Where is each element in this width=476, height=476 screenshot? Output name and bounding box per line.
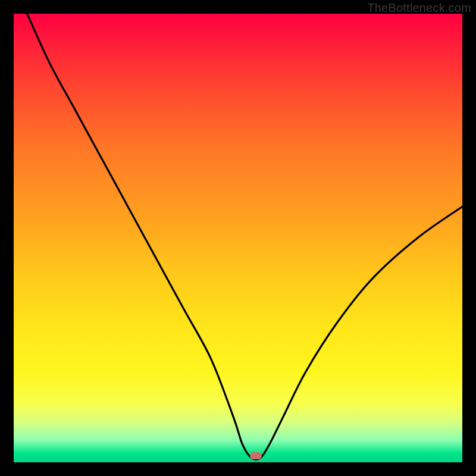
optimal-point-marker [250, 452, 262, 459]
watermark-text: TheBottleneck.com [367, 1, 471, 15]
plot-area [14, 14, 462, 462]
chart-frame: TheBottleneck.com [0, 0, 476, 476]
bottleneck-curve [14, 14, 462, 462]
